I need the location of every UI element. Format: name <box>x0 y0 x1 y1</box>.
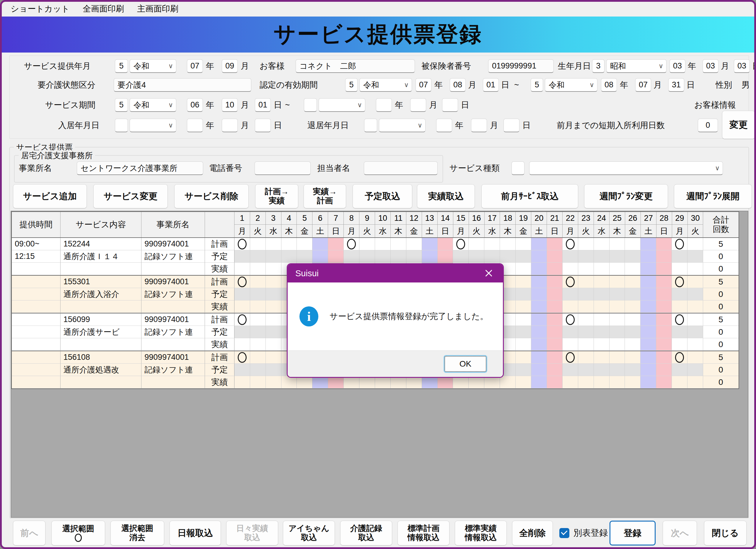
cell-time[interactable]: 09:00~ <box>12 238 61 250</box>
day-cell[interactable] <box>531 351 547 364</box>
day-cell[interactable] <box>547 338 563 351</box>
cert-to-era-select[interactable]: 令和∨ <box>545 78 597 92</box>
cell-office[interactable]: 9909974001 <box>141 238 205 250</box>
day-cell[interactable] <box>594 364 610 376</box>
day-cell[interactable] <box>563 288 578 300</box>
care-level-field[interactable]: 要介護4 <box>114 78 251 92</box>
birth-year-input[interactable]: 03 <box>669 59 685 73</box>
day-cell[interactable] <box>641 338 656 351</box>
cell-time[interactable]: 12:15 <box>12 250 61 263</box>
day-cell[interactable] <box>687 300 703 313</box>
day-cell[interactable] <box>438 250 453 263</box>
day-cell[interactable] <box>625 276 641 288</box>
day-cell[interactable] <box>281 376 297 388</box>
moveout-era-select[interactable]: ∨ <box>379 119 426 132</box>
day-cell[interactable] <box>500 238 516 250</box>
service-ym-era-code-input[interactable]: 5 <box>115 59 128 73</box>
day-cell[interactable] <box>578 300 594 313</box>
day-cell[interactable] <box>641 376 656 388</box>
day-cell[interactable] <box>610 376 625 388</box>
day-cell[interactable] <box>610 364 625 376</box>
day-cell[interactable] <box>516 338 531 351</box>
day-cell[interactable] <box>625 313 641 326</box>
cell-office[interactable]: 9909974001 <box>141 313 205 326</box>
day-cell[interactable] <box>594 250 610 263</box>
day-cell[interactable] <box>687 313 703 326</box>
day-cell[interactable] <box>250 288 266 300</box>
day-cell[interactable] <box>547 313 563 326</box>
phone-field[interactable] <box>255 162 311 175</box>
day-cell[interactable] <box>547 288 563 300</box>
day-cell[interactable] <box>250 326 266 338</box>
birth-era-select[interactable]: 昭和∨ <box>606 59 667 73</box>
cell-time[interactable] <box>12 300 61 313</box>
day-cell[interactable] <box>578 263 594 275</box>
bottom-button[interactable]: アイちゃん取込 <box>283 521 335 545</box>
menu-item[interactable]: ショートカット <box>11 3 70 14</box>
day-cell[interactable] <box>406 376 422 388</box>
day-cell[interactable] <box>625 300 641 313</box>
day-cell[interactable] <box>250 300 266 313</box>
period-to-month-input[interactable] <box>410 98 426 112</box>
day-cell[interactable] <box>516 313 531 326</box>
day-cell[interactable] <box>610 313 625 326</box>
day-cell[interactable] <box>531 288 547 300</box>
day-cell[interactable] <box>484 376 500 388</box>
toolbar-button[interactable]: 前月ｻｰﾋﾞｽ取込 <box>481 184 578 209</box>
day-cell[interactable] <box>281 250 297 263</box>
period-from-era-code-input[interactable]: 5 <box>115 98 128 112</box>
day-cell[interactable] <box>641 300 656 313</box>
movein-era-select[interactable]: ∨ <box>130 119 176 132</box>
cert-from-year-input[interactable]: 07 <box>416 78 431 92</box>
moveout-month-input[interactable] <box>471 119 487 132</box>
day-cell[interactable] <box>297 376 312 388</box>
day-cell[interactable] <box>453 376 469 388</box>
birth-month-input[interactable]: 03 <box>703 59 718 73</box>
moveout-day-input[interactable] <box>504 119 519 132</box>
day-cell[interactable] <box>312 238 328 250</box>
day-cell[interactable] <box>547 276 563 288</box>
day-cell[interactable] <box>312 376 328 388</box>
day-cell[interactable] <box>563 338 578 351</box>
moveout-era-code-input[interactable] <box>364 119 377 132</box>
day-cell[interactable] <box>625 238 641 250</box>
day-cell[interactable] <box>594 376 610 388</box>
day-cell[interactable] <box>250 376 266 388</box>
day-cell[interactable] <box>687 288 703 300</box>
day-cell[interactable] <box>250 276 266 288</box>
day-cell[interactable] <box>406 238 422 250</box>
period-to-era-select[interactable]: ∨ <box>319 98 365 112</box>
service-type-code-input[interactable] <box>511 162 524 175</box>
day-cell[interactable] <box>500 376 516 388</box>
cell-service[interactable] <box>61 300 142 313</box>
cert-from-day-input[interactable]: 01 <box>483 78 499 92</box>
day-cell[interactable] <box>687 238 703 250</box>
day-cell[interactable] <box>250 338 266 351</box>
cell-service[interactable]: 通所介護処遇改 <box>61 364 142 376</box>
day-cell[interactable] <box>375 376 391 388</box>
bottom-button[interactable]: 介護記録取込 <box>340 521 392 545</box>
cell-office[interactable] <box>141 376 205 388</box>
toolbar-button[interactable]: サービス削除 <box>174 184 249 209</box>
table-row[interactable]: 12:15通所介護Ｉ１４記録ソフト連予定0 <box>12 250 739 263</box>
day-cell[interactable] <box>641 250 656 263</box>
bottom-button[interactable]: 選択範囲消去 <box>110 521 164 545</box>
day-cell[interactable] <box>578 238 594 250</box>
day-cell[interactable] <box>578 326 594 338</box>
cell-service[interactable] <box>61 338 142 351</box>
day-cell[interactable] <box>250 313 266 326</box>
day-cell[interactable] <box>422 238 438 250</box>
cell-time[interactable] <box>12 351 61 364</box>
day-cell[interactable] <box>484 238 500 250</box>
service-ym-era-select[interactable]: 令和∨ <box>130 59 176 73</box>
day-cell[interactable] <box>625 263 641 275</box>
day-cell[interactable] <box>563 276 578 288</box>
period-from-month-input[interactable]: 10 <box>222 98 238 112</box>
day-cell[interactable] <box>328 250 344 263</box>
short-stay-days-input[interactable]: 0 <box>698 119 718 132</box>
day-cell[interactable] <box>516 300 531 313</box>
day-cell[interactable] <box>266 338 281 351</box>
day-cell[interactable] <box>656 263 672 275</box>
day-cell[interactable] <box>641 326 656 338</box>
birth-era-code-input[interactable]: 3 <box>592 59 605 73</box>
